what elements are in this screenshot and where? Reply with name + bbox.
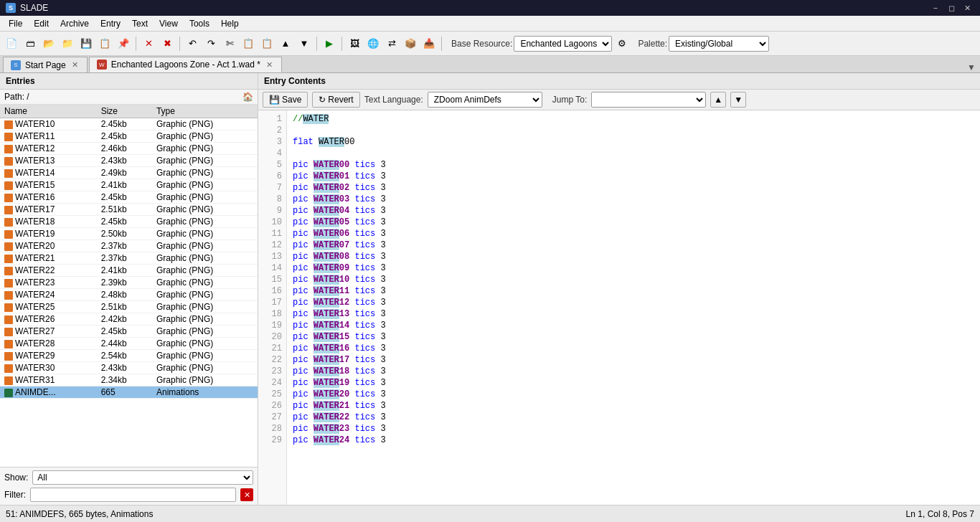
tab-start-close[interactable]: ✕	[70, 60, 80, 70]
palette-dropdown[interactable]: Existing/Global	[669, 36, 769, 52]
entry-contents-title: Entry Contents	[264, 76, 326, 86]
menu-help[interactable]: Help	[215, 17, 245, 30]
entry-name: WATER21	[0, 252, 97, 265]
entry-size: 2.54kb	[97, 350, 152, 362]
code-line: pic WATER10 tics 3	[293, 274, 974, 285]
nav-prev-button[interactable]: ▲	[710, 92, 726, 108]
menu-file[interactable]: File	[3, 17, 28, 30]
table-row[interactable]: WATER272.45kbGraphic (PNG)	[0, 326, 258, 338]
table-row[interactable]: WATER292.54kbGraphic (PNG)	[0, 350, 258, 362]
show-label: Show:	[4, 473, 28, 483]
text-language-dropdown[interactable]: ZDoom AnimDefs	[428, 92, 542, 108]
tabs-dropdown-arrow[interactable]: ▼	[963, 62, 980, 72]
tab-wad[interactable]: W Enchanted Lagoons Zone - Act 1.wad * ✕	[89, 57, 282, 72]
status-left: 51: ANIMDEFS, 665 bytes, Animations	[6, 509, 153, 519]
code-content[interactable]: //WATERflat WATER00pic WATER00 tics 3pic…	[287, 110, 980, 505]
entry-type: Animations	[152, 386, 258, 399]
minimize-button[interactable]: −	[928, 1, 943, 14]
save-button[interactable]: 💾	[77, 35, 95, 52]
code-line: pic WATER05 tics 3	[293, 217, 974, 228]
save-all-button[interactable]: 📌	[115, 35, 132, 52]
nav-next-button[interactable]: ▼	[730, 92, 746, 108]
table-row[interactable]: WATER122.46kbGraphic (PNG)	[0, 143, 258, 155]
code-line: pic WATER06 tics 3	[293, 228, 974, 239]
table-row[interactable]: WATER242.48kbGraphic (PNG)	[0, 289, 258, 301]
table-row[interactable]: WATER252.51kbGraphic (PNG)	[0, 301, 258, 313]
gfx5-button[interactable]: 📥	[420, 35, 438, 52]
sep2	[179, 37, 180, 51]
entry-size: 2.45kb	[97, 118, 152, 130]
run-button[interactable]: ▶	[321, 35, 338, 52]
table-row[interactable]: WATER142.49kbGraphic (PNG)	[0, 167, 258, 179]
table-row[interactable]: WATER262.42kbGraphic (PNG)	[0, 313, 258, 326]
base-resource-dropdown[interactable]: Enchanted Lagoons	[514, 36, 612, 52]
revert-icon: ↻	[319, 95, 326, 105]
entry-name: WATER25	[0, 301, 97, 313]
save-as-button[interactable]: 📋	[96, 35, 113, 52]
table-row[interactable]: WATER112.45kbGraphic (PNG)	[0, 130, 258, 143]
move-up-button[interactable]: ▲	[277, 35, 294, 52]
restore-button[interactable]: ◻	[944, 1, 958, 14]
tab-wad-icon: W	[97, 60, 107, 70]
move-down-button[interactable]: ▼	[296, 35, 313, 52]
gfx-button[interactable]: 🖼	[346, 35, 363, 52]
menu-entry[interactable]: Entry	[95, 17, 126, 30]
gfx2-button[interactable]: 🌐	[364, 35, 382, 52]
table-row[interactable]: WATER172.51kbGraphic (PNG)	[0, 204, 258, 216]
table-row[interactable]: WATER232.39kbGraphic (PNG)	[0, 277, 258, 289]
table-row[interactable]: WATER222.41kbGraphic (PNG)	[0, 265, 258, 277]
table-row[interactable]: WATER182.45kbGraphic (PNG)	[0, 216, 258, 228]
filter-input[interactable]	[30, 488, 236, 502]
table-row[interactable]: WATER312.34kbGraphic (PNG)	[0, 374, 258, 386]
entry-save-button[interactable]: 💾 Save	[263, 92, 308, 108]
entry-name: WATER23	[0, 277, 97, 289]
base-resource-settings[interactable]: ⚙	[613, 35, 631, 52]
paste-button[interactable]: 📋	[258, 35, 275, 52]
cut-button[interactable]: ✄	[221, 35, 238, 52]
line-number: 5	[258, 159, 282, 171]
entry-type: Graphic (PNG)	[152, 204, 258, 216]
new-from-dir-button[interactable]: 🗃	[22, 35, 39, 52]
code-line: pic WATER23 tics 3	[293, 423, 974, 435]
close-archive-button[interactable]: ✕	[140, 35, 157, 52]
redo-button[interactable]: ↷	[202, 35, 220, 52]
table-row[interactable]: WATER282.44kbGraphic (PNG)	[0, 338, 258, 350]
menu-edit[interactable]: Edit	[28, 17, 55, 30]
menu-text[interactable]: Text	[126, 17, 154, 30]
copy-button[interactable]: 📋	[240, 35, 257, 52]
jump-to-dropdown[interactable]	[591, 92, 706, 108]
gfx3-button[interactable]: ⇄	[383, 35, 400, 52]
line-number: 2	[258, 125, 282, 136]
path-bar: Path: / 🏠	[0, 90, 258, 105]
table-row[interactable]: WATER302.43kbGraphic (PNG)	[0, 362, 258, 374]
table-row[interactable]: WATER202.37kbGraphic (PNG)	[0, 240, 258, 252]
undo-button[interactable]: ↶	[184, 35, 201, 52]
table-row[interactable]: WATER102.45kbGraphic (PNG)	[0, 118, 258, 130]
line-number: 23	[258, 366, 282, 377]
menu-view[interactable]: View	[154, 17, 184, 30]
show-dropdown[interactable]: All	[32, 470, 253, 485]
tab-start-page[interactable]: S Start Page ✕	[3, 57, 88, 72]
menu-tools[interactable]: Tools	[184, 17, 215, 30]
entry-revert-button[interactable]: ↻ Revert	[312, 92, 359, 108]
menu-archive[interactable]: Archive	[55, 17, 95, 30]
table-row[interactable]: WATER132.43kbGraphic (PNG)	[0, 155, 258, 167]
table-row[interactable]: WATER152.41kbGraphic (PNG)	[0, 179, 258, 191]
code-line: flat WATER00	[293, 136, 974, 148]
table-row[interactable]: WATER212.37kbGraphic (PNG)	[0, 252, 258, 265]
open-button[interactable]: 📂	[40, 35, 57, 52]
path-home-icon[interactable]: 🏠	[242, 92, 253, 102]
close-button[interactable]: ✕	[960, 1, 974, 14]
close-all-button[interactable]: ✖	[159, 35, 176, 52]
entry-type: Graphic (PNG)	[152, 289, 258, 301]
tab-wad-close[interactable]: ✕	[265, 60, 274, 70]
entry-type: Graphic (PNG)	[152, 277, 258, 289]
new-button[interactable]: 📄	[3, 35, 20, 52]
filter-clear-button[interactable]: ✕	[240, 488, 253, 501]
line-number: 18	[258, 308, 282, 320]
open-dir-button[interactable]: 📁	[59, 35, 76, 52]
table-row[interactable]: WATER162.45kbGraphic (PNG)	[0, 191, 258, 204]
gfx4-button[interactable]: 📦	[402, 35, 419, 52]
table-row[interactable]: ANIMDE...665Animations	[0, 386, 258, 399]
table-row[interactable]: WATER192.50kbGraphic (PNG)	[0, 228, 258, 240]
